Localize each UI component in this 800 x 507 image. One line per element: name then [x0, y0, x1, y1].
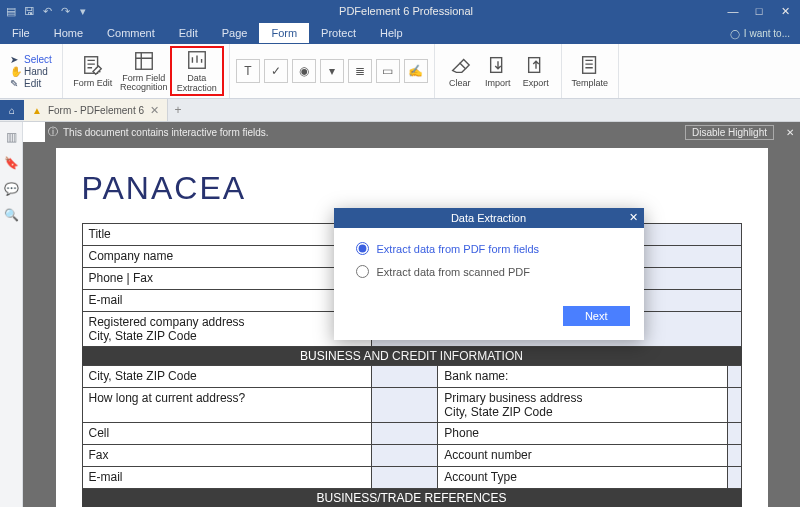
selection-mode-group: ➤Select ✋Hand ✎Edit	[6, 54, 56, 89]
radio-icon: ◉	[299, 64, 309, 78]
menu-bar: File Home Comment Edit Page Form Protect…	[0, 22, 800, 44]
checkbox-field-button[interactable]: ✓	[264, 59, 288, 83]
save-icon[interactable]: 🖫	[22, 4, 36, 18]
radio-scanned-pdf[interactable]	[356, 265, 369, 278]
tab-close-icon[interactable]: ✕	[150, 104, 159, 117]
hand-mode[interactable]: ✋Hand	[10, 66, 52, 77]
menu-comment[interactable]: Comment	[95, 23, 167, 43]
i-want-to-search[interactable]: I want to...	[720, 28, 800, 39]
main-body: ▥ 🔖 💬 🔍 ⓘ This document contains interac…	[0, 122, 800, 507]
menu-file[interactable]: File	[0, 23, 42, 43]
search-icon[interactable]: 🔍	[4, 208, 18, 222]
table-row: CellPhone	[82, 423, 741, 445]
svg-rect-3	[490, 58, 501, 73]
disable-highlight-button[interactable]: Disable Highlight	[685, 125, 774, 140]
undo-icon[interactable]: ↶	[40, 4, 54, 18]
export-icon	[525, 54, 547, 76]
table-row: City, State ZIP CodeBank name:	[82, 366, 741, 388]
listbox-icon: ≣	[355, 64, 365, 78]
cursor-icon: ➤	[10, 54, 20, 64]
form-edit-button[interactable]: Form Edit	[69, 52, 117, 90]
home-tab-icon[interactable]: ⌂	[0, 100, 24, 120]
qat-dropdown-icon[interactable]: ▾	[76, 4, 90, 18]
warning-icon: ▲	[32, 105, 42, 116]
menu-protect[interactable]: Protect	[309, 23, 368, 43]
close-button[interactable]: ✕	[774, 2, 796, 20]
quick-access-toolbar: ▤ 🖫 ↶ ↷ ▾	[4, 4, 90, 18]
dialog-close-icon[interactable]: ✕	[629, 211, 638, 224]
svg-rect-4	[528, 58, 539, 73]
info-message: This document contains interactive form …	[61, 127, 685, 138]
form-field-tools: T ✓ ◉ ▾ ≣ ▭ ✍	[236, 59, 428, 83]
section-header-business-credit: BUSINESS AND CREDIT INFORMATION	[82, 347, 742, 365]
info-icon: ⓘ	[45, 125, 61, 139]
add-tab-button[interactable]: +	[168, 103, 188, 117]
data-extraction-icon	[186, 49, 208, 71]
menu-edit[interactable]: Edit	[167, 23, 210, 43]
window-controls: — □ ✕	[722, 2, 796, 20]
document-tab-label: Form - PDFelement 6	[48, 105, 144, 116]
redo-icon[interactable]: ↷	[58, 4, 72, 18]
table-row: FaxAccount number	[82, 445, 741, 467]
edit-mode[interactable]: ✎Edit	[10, 78, 52, 89]
select-mode[interactable]: ➤Select	[10, 54, 52, 65]
table-row: How long at current address?Primary busi…	[82, 388, 741, 423]
app-icon: ▤	[4, 4, 18, 18]
template-button[interactable]: Template	[568, 52, 612, 90]
menu-form[interactable]: Form	[259, 23, 309, 43]
svg-rect-5	[582, 57, 595, 74]
eraser-icon	[449, 54, 471, 76]
svg-rect-1	[136, 53, 153, 70]
data-extraction-dialog: Data Extraction ✕ Extract data from PDF …	[334, 208, 644, 340]
clear-button[interactable]: Clear	[441, 52, 479, 90]
info-close-button[interactable]: ✕	[780, 127, 800, 138]
dialog-title-bar[interactable]: Data Extraction ✕	[334, 208, 644, 228]
dropdown-icon: ▾	[329, 64, 335, 78]
document-tab[interactable]: ▲ Form - PDFelement 6 ✕	[24, 99, 168, 121]
dialog-title: Data Extraction	[451, 212, 526, 224]
ribbon-form-tab: ➤Select ✋Hand ✎Edit Form Edit Form Field…	[0, 44, 800, 99]
maximize-button[interactable]: □	[748, 2, 770, 20]
bookmarks-icon[interactable]: 🔖	[4, 156, 18, 170]
export-button[interactable]: Export	[517, 52, 555, 90]
title-bar: ▤ 🖫 ↶ ↷ ▾ PDFelement 6 Professional — □ …	[0, 0, 800, 22]
next-button[interactable]: Next	[563, 306, 630, 326]
signature-field-button[interactable]: ✍	[404, 59, 428, 83]
data-extraction-button[interactable]: Data Extraction	[171, 47, 223, 95]
minimize-button[interactable]: —	[722, 2, 744, 20]
left-sidebar: ▥ 🔖 💬 🔍	[0, 122, 23, 507]
listbox-field-button[interactable]: ≣	[348, 59, 372, 83]
option-extract-form-fields[interactable]: Extract data from PDF form fields	[356, 242, 622, 255]
option-extract-scanned-pdf[interactable]: Extract data from scanned PDF	[356, 265, 622, 278]
section-header-trade-references: BUSINESS/TRADE REFERENCES	[82, 489, 742, 507]
app-title: PDFelement 6 Professional	[90, 5, 722, 17]
thumbnails-icon[interactable]: ▥	[4, 130, 18, 144]
document-logo-text: PANACEA	[82, 170, 742, 207]
menu-home[interactable]: Home	[42, 23, 95, 43]
radio-form-fields[interactable]	[356, 242, 369, 255]
import-button[interactable]: Import	[479, 52, 517, 90]
template-icon	[579, 54, 601, 76]
checkbox-icon: ✓	[271, 64, 281, 78]
pdf-page: PANACEA Title Company name Phone | Fax E…	[56, 148, 768, 507]
form-edit-icon	[82, 54, 104, 76]
dropdown-field-button[interactable]: ▾	[320, 59, 344, 83]
form-info-bar: ⓘ This document contains interactive for…	[45, 122, 800, 142]
table-row: E-mailAccount Type	[82, 467, 741, 489]
pencil-icon: ✎	[10, 78, 20, 88]
menu-help[interactable]: Help	[368, 23, 415, 43]
document-stage[interactable]: PANACEA Title Company name Phone | Fax E…	[23, 142, 800, 507]
form-field-recognition-button[interactable]: Form Field Recognition	[117, 48, 171, 94]
button-field-button[interactable]: ▭	[376, 59, 400, 83]
business-credit-table: City, State ZIP CodeBank name: How long …	[82, 365, 742, 489]
radio-field-button[interactable]: ◉	[292, 59, 316, 83]
import-icon	[487, 54, 509, 76]
document-tab-strip: ⌂ ▲ Form - PDFelement 6 ✕ +	[0, 99, 800, 122]
text-field-button[interactable]: T	[236, 59, 260, 83]
comments-icon[interactable]: 💬	[4, 182, 18, 196]
text-field-icon: T	[244, 64, 251, 78]
recognition-icon	[133, 50, 155, 72]
menu-page[interactable]: Page	[210, 23, 260, 43]
hand-icon: ✋	[10, 66, 20, 76]
signature-icon: ✍	[408, 64, 423, 78]
